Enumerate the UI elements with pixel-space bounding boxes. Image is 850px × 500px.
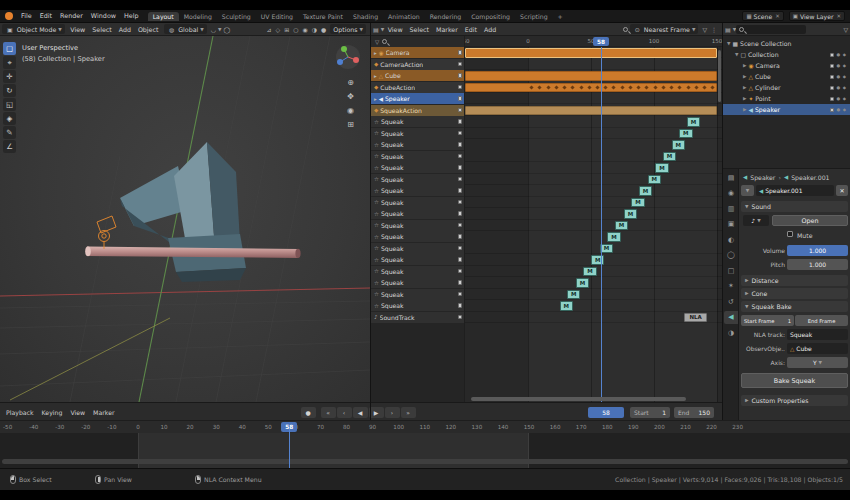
breadcrumb-object[interactable]: Speaker	[750, 174, 775, 181]
viewport-menu-object[interactable]: Object	[134, 26, 162, 33]
z-axis-handle[interactable]	[337, 59, 343, 65]
exclude-checkbox[interactable]	[830, 97, 834, 101]
workspace-tab-scripting[interactable]: Scripting	[515, 12, 553, 21]
snap-mode-dropdown[interactable]: ⊙ Nearest Frame ▼	[630, 24, 699, 34]
workspace-tab-uv-editing[interactable]: UV Editing	[256, 12, 298, 21]
sound-section-header[interactable]: ▼ Sound	[741, 201, 848, 212]
tool-scale[interactable]: ◱	[3, 98, 16, 111]
shading-material-icon[interactable]: ◑	[310, 26, 319, 33]
menu-window[interactable]: Window	[87, 12, 120, 20]
nla-strip-squeak[interactable]: M	[624, 209, 637, 219]
custom-properties-section-header[interactable]: ▼ Custom Properties	[741, 395, 848, 406]
expand-icon[interactable]: ▶	[743, 96, 746, 101]
properties-tab-object-data[interactable]: ◀	[724, 311, 738, 324]
nla-channel-squeak[interactable]: ☆Squeak	[371, 162, 465, 173]
mute-checkbox[interactable]	[787, 231, 793, 237]
nla-channel-squeak[interactable]: ☆Squeak	[371, 243, 465, 254]
workspace-tab-animation[interactable]: Animation	[383, 12, 425, 21]
add-workspace-button[interactable]: +	[553, 12, 568, 21]
current-frame-field[interactable]: 58	[588, 407, 624, 418]
datablock-browse-button[interactable]: ▼	[741, 185, 754, 196]
workspace-tab-layout[interactable]: Layout	[148, 12, 179, 21]
channel-checkbox[interactable]	[458, 269, 463, 274]
volume-slider[interactable]: 1.000	[787, 245, 848, 256]
outliner-row-collection[interactable]: ▼▢Collection●◆	[723, 49, 850, 60]
channel-checkbox[interactable]	[458, 177, 463, 182]
unlink-view-layer-icon[interactable]: ✕	[836, 13, 841, 19]
xray-icon[interactable]: ⊞	[282, 26, 291, 33]
filter-icon[interactable]: ▽	[375, 39, 379, 45]
transport-jump-to-end[interactable]: »	[401, 407, 416, 418]
frame-end-field[interactable]: End 150	[674, 407, 714, 418]
nla-strip-squeak[interactable]: M	[648, 175, 661, 185]
nla-channel-speaker[interactable]: ▸◀Speaker	[371, 93, 465, 104]
hide-viewport-icon[interactable]: ●	[837, 85, 841, 90]
workspace-tab-modeling[interactable]: Modeling	[179, 12, 217, 21]
nla-channel-cubeaction[interactable]: ◆CubeAction	[371, 82, 465, 93]
nla-channel-squeak[interactable]: ☆Squeak	[371, 197, 465, 208]
properties-tab-modifiers[interactable]: ✶	[724, 280, 738, 293]
expand-icon[interactable]: ▶	[743, 107, 746, 112]
channel-checkbox[interactable]	[458, 234, 463, 239]
speaker-3d-object[interactable]	[85, 142, 300, 282]
nla-playhead-label[interactable]: 58	[593, 37, 609, 46]
exclude-checkbox[interactable]	[830, 53, 834, 57]
nla-strip[interactable]	[465, 71, 717, 81]
nla-strip-squeak[interactable]: M	[663, 152, 676, 162]
nla-strip-squeak[interactable]: M	[615, 221, 628, 231]
menu-edit[interactable]: Edit	[36, 12, 56, 20]
nla-strip-area[interactable]: MMMMMMMMMMMMMMMMMNLA	[465, 47, 722, 402]
search-icon[interactable]	[382, 39, 387, 44]
nla-channel-squeak[interactable]: ☆Squeak	[371, 116, 465, 127]
nla-sound-strip[interactable]: NLA	[684, 313, 707, 323]
exclude-checkbox[interactable]	[830, 64, 834, 68]
viewport-canvas[interactable]	[0, 36, 370, 402]
cone-section-header[interactable]: ▼ Cone	[741, 288, 848, 299]
end-frame-field[interactable]: End Frame	[795, 315, 848, 326]
tool-measure[interactable]: ∠	[3, 140, 16, 153]
properties-tab-view-layer[interactable]: ▣	[724, 218, 738, 231]
nla-strip[interactable]	[465, 106, 717, 116]
tool-select-box[interactable]: ▢	[3, 42, 16, 55]
properties-tab-material[interactable]: ◑	[724, 326, 738, 339]
properties-tab-active-tool[interactable]: ▤	[724, 171, 738, 184]
expand-icon[interactable]: ▶	[743, 85, 746, 90]
nla-strip-squeak[interactable]: M	[631, 198, 644, 208]
nla-channel-squeak[interactable]: ☆Squeak	[371, 289, 465, 300]
channel-checkbox[interactable]	[458, 85, 463, 90]
workspace-tab-rendering[interactable]: Rendering	[425, 12, 467, 21]
hide-viewport-icon[interactable]: ●	[837, 74, 841, 79]
x-axis-handle[interactable]	[353, 57, 359, 63]
channel-checkbox[interactable]	[458, 257, 463, 262]
outliner-row-cube[interactable]: ▶△Cube●◆	[723, 71, 850, 82]
nla-strip[interactable]	[465, 83, 717, 93]
channel-checkbox[interactable]	[458, 188, 463, 193]
outliner-row-speaker[interactable]: ▶◀Speaker●◆	[723, 104, 850, 115]
channel-checkbox[interactable]	[458, 119, 463, 124]
navigation-gizmo[interactable]	[335, 44, 361, 70]
start-frame-field[interactable]: Start Frame 1	[741, 315, 794, 326]
camera-view-icon[interactable]: ◉	[344, 104, 357, 117]
hide-viewport-icon[interactable]: ●	[837, 63, 841, 68]
properties-tab-scene[interactable]: ◐	[724, 233, 738, 246]
scene-selector[interactable]: ▦ Scene ✕	[742, 11, 783, 21]
nla-channel-cube[interactable]: ▸△Cube	[371, 70, 465, 81]
tool-annotate[interactable]: ✎	[3, 126, 16, 139]
menu-help[interactable]: Help	[120, 12, 143, 20]
squeak-bake-section-header[interactable]: ▼ Squeak Bake	[741, 301, 848, 312]
channel-checkbox[interactable]	[458, 200, 463, 205]
menu-file[interactable]: File	[17, 12, 36, 20]
overlays-icon[interactable]: ◇	[274, 26, 283, 33]
nla-channel-squeak[interactable]: ☆Squeak	[371, 231, 465, 242]
disable-render-icon[interactable]: ◆	[843, 63, 846, 68]
exclude-checkbox[interactable]	[830, 108, 834, 112]
timeline-scrollbar[interactable]	[2, 459, 848, 464]
proportional-editing-icon[interactable]: ◯	[221, 26, 232, 33]
frame-start-field[interactable]: Start 1	[630, 407, 670, 418]
shading-wireframe-icon[interactable]: ○	[291, 26, 300, 33]
3d-viewport[interactable]: User Perspective (58) Collection | Speak…	[0, 36, 370, 402]
expand-icon[interactable]: ▸	[374, 50, 377, 56]
disable-render-icon[interactable]: ◆	[843, 74, 846, 79]
timeline-ruler[interactable]: -50-40-30-20-100102030405060708090100110…	[0, 420, 850, 433]
nla-strip-squeak[interactable]: M	[591, 255, 604, 265]
